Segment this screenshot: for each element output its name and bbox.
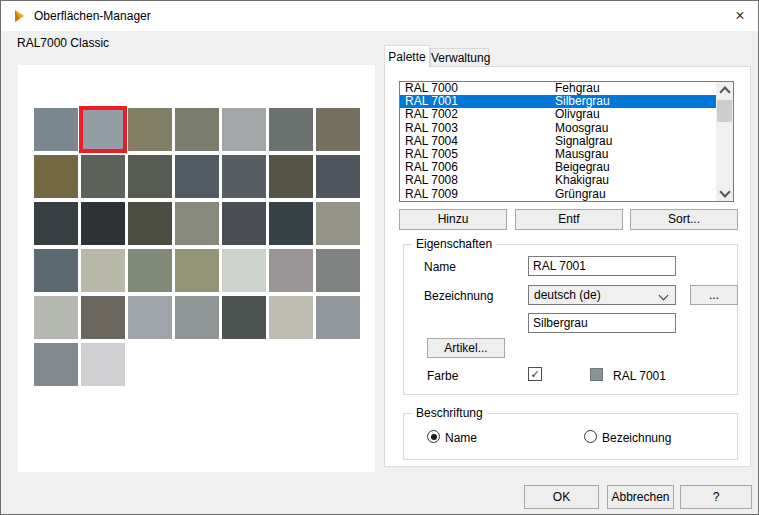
- palette-swatch[interactable]: [316, 155, 360, 198]
- beschriftung-title: Beschriftung: [412, 406, 487, 420]
- palette-swatch[interactable]: [222, 202, 266, 245]
- close-icon[interactable]: ×: [726, 1, 754, 31]
- radio-bezeichnung[interactable]: [584, 430, 597, 443]
- list-item-code: RAL 7005: [400, 148, 458, 161]
- palette-swatch[interactable]: [222, 296, 266, 339]
- palette-swatch[interactable]: [128, 296, 172, 339]
- list-item-code: RAL 7001: [400, 95, 458, 108]
- tab-verwaltung[interactable]: Verwaltung: [430, 48, 489, 67]
- palette-swatch[interactable]: [34, 343, 78, 386]
- name-input[interactable]: [528, 256, 676, 276]
- ok-button[interactable]: OK: [524, 485, 599, 509]
- language-select[interactable]: deutsch (de): [528, 285, 676, 305]
- palette-swatch[interactable]: [222, 108, 266, 151]
- scroll-up-icon[interactable]: [716, 82, 733, 98]
- palette-swatch[interactable]: [34, 155, 78, 198]
- palette-swatch[interactable]: [128, 249, 172, 292]
- list-item-code: RAL 7004: [400, 135, 458, 148]
- palette-swatch[interactable]: [34, 202, 78, 245]
- palette-swatch[interactable]: [269, 202, 313, 245]
- palette-swatch[interactable]: [81, 343, 125, 386]
- list-item[interactable]: RAL 7003Moosgrau: [400, 122, 716, 135]
- list-item[interactable]: RAL 7002Olivgrau: [400, 108, 716, 121]
- window-title: Oberflächen-Manager: [34, 9, 151, 23]
- list-item[interactable]: RAL 7001Silbergrau: [400, 95, 716, 108]
- list-scrollbar[interactable]: [716, 82, 733, 201]
- palette-swatch[interactable]: [81, 249, 125, 292]
- palette-swatch[interactable]: [175, 155, 219, 198]
- palette-swatch[interactable]: [34, 249, 78, 292]
- eigenschaften-group: Eigenschaften Name Bezeichnung deutsch (…: [403, 244, 738, 395]
- check-icon: ✓: [530, 368, 539, 380]
- palette-swatch[interactable]: [175, 249, 219, 292]
- hinzu-button[interactable]: Hinzu: [399, 209, 507, 230]
- palette-swatch[interactable]: [175, 296, 219, 339]
- list-item-code: RAL 7006: [400, 161, 458, 174]
- farbe-checkbox[interactable]: ✓: [528, 367, 542, 381]
- radio-name[interactable]: [427, 430, 440, 443]
- palette-swatch[interactable]: [81, 108, 125, 151]
- palette-swatch[interactable]: [316, 296, 360, 339]
- palette-swatch[interactable]: [222, 155, 266, 198]
- color-list[interactable]: RAL 7000FehgrauRAL 7001SilbergrauRAL 700…: [399, 81, 734, 202]
- bezeichnung-label: Bezeichnung: [424, 289, 493, 303]
- artikel-button[interactable]: Artikel...: [427, 338, 505, 358]
- palette-name-label: RAL7000 Classic: [17, 36, 109, 50]
- entf-button[interactable]: Entf: [515, 209, 623, 230]
- palette-swatch[interactable]: [269, 108, 313, 151]
- farbe-label: Farbe: [427, 369, 458, 383]
- palette-swatch[interactable]: [269, 249, 313, 292]
- palette-swatch[interactable]: [81, 202, 125, 245]
- more-button[interactable]: ...: [690, 285, 738, 305]
- palette-swatch[interactable]: [81, 155, 125, 198]
- list-item[interactable]: RAL 7009Grüngrau: [400, 188, 716, 201]
- farbe-swatch: [590, 368, 603, 381]
- list-item-label: Moosgrau: [555, 122, 608, 135]
- cancel-button[interactable]: Abbrechen: [607, 485, 674, 509]
- palette-swatch[interactable]: [316, 249, 360, 292]
- palette-swatch[interactable]: [269, 155, 313, 198]
- app-logo-icon: [11, 8, 27, 24]
- palette-swatch[interactable]: [128, 202, 172, 245]
- palette-swatch[interactable]: [316, 202, 360, 245]
- palette-swatch[interactable]: [128, 108, 172, 151]
- tab-palette[interactable]: Palette: [384, 45, 430, 68]
- list-item[interactable]: RAL 7005Mausgrau: [400, 148, 716, 161]
- list-item[interactable]: RAL 7008Khakigrau: [400, 174, 716, 187]
- palette-swatch[interactable]: [175, 202, 219, 245]
- list-item-code: RAL 7002: [400, 108, 458, 121]
- sort-button[interactable]: Sort...: [630, 209, 738, 230]
- list-item-label: Mausgrau: [555, 148, 608, 161]
- language-value: deutsch (de): [534, 288, 601, 302]
- farbe-swatch-label: RAL 7001: [613, 369, 666, 383]
- help-button[interactable]: ?: [680, 485, 752, 509]
- chevron-down-icon: [659, 291, 669, 301]
- list-item-label: Fehgrau: [555, 82, 600, 95]
- radio-name-label: Name: [445, 431, 477, 445]
- scroll-down-icon[interactable]: [716, 185, 733, 201]
- palette-swatch[interactable]: [81, 296, 125, 339]
- beschriftung-group: Beschriftung Name Bezeichnung: [403, 413, 738, 460]
- palette-swatch[interactable]: [269, 296, 313, 339]
- list-item[interactable]: RAL 7004Signalgrau: [400, 135, 716, 148]
- name-label: Name: [424, 260, 456, 274]
- list-item[interactable]: RAL 7000Fehgrau: [400, 82, 716, 95]
- list-item[interactable]: RAL 7006Beigegrau: [400, 161, 716, 174]
- palette-swatch[interactable]: [316, 108, 360, 151]
- list-item-code: RAL 7009: [400, 188, 458, 201]
- list-item-code: RAL 7008: [400, 174, 458, 187]
- description-input[interactable]: [528, 313, 676, 333]
- palette-swatch[interactable]: [128, 155, 172, 198]
- palette-swatch[interactable]: [222, 249, 266, 292]
- palette-swatch[interactable]: [34, 108, 78, 151]
- radio-bezeichnung-label: Bezeichnung: [602, 431, 671, 445]
- scrollbar-thumb[interactable]: [717, 100, 732, 122]
- list-item-label: Grüngrau: [555, 188, 606, 201]
- surface-manager-dialog: Oberflächen-Manager × RAL7000 Classic Pa…: [0, 0, 759, 515]
- list-item-label: Silbergrau: [555, 95, 610, 108]
- list-item-label: Khakigrau: [555, 174, 609, 187]
- palette-swatch[interactable]: [175, 108, 219, 151]
- palette-swatch[interactable]: [34, 296, 78, 339]
- eigenschaften-title: Eigenschaften: [412, 237, 496, 251]
- swatch-panel: [18, 65, 375, 472]
